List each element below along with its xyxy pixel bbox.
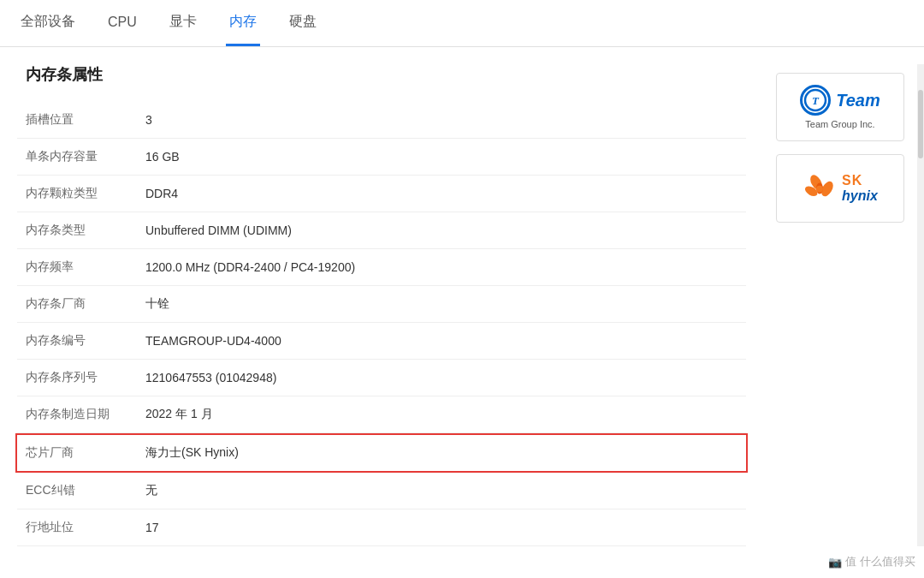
tab-disk[interactable]: 硬盘	[286, 0, 320, 46]
team-group-logo-card: T Team Team Group Inc.	[776, 73, 904, 141]
value-ecc: 无	[145, 483, 157, 498]
tab-gpu[interactable]: 显卡	[166, 0, 200, 46]
team-subtitle-text: Team Group Inc.	[805, 119, 874, 129]
value-grain-type: DDR4	[145, 187, 178, 200]
label-date: 内存条制造日期	[26, 407, 145, 422]
content-area: 内存条属性 插槽位置 3 单条内存容量 16 GB 内存颗粒类型 DDR4 内存…	[0, 47, 924, 546]
label-brand: 内存条厂商	[26, 296, 145, 312]
main-content: 全部设备 CPU 显卡 内存 硬盘 内存条属性 插槽位置 3 单条内存容量 16…	[0, 0, 924, 578]
tab-ram[interactable]: 内存	[226, 0, 260, 46]
hynix-brand-text: hynix	[842, 188, 878, 204]
label-slot: 插槽位置	[26, 112, 145, 128]
spec-row-frequency: 内存频率 1200.0 MHz (DDR4-2400 / PC4-19200)	[17, 249, 746, 286]
sk-hynix-logo-card: SK hynix	[776, 154, 904, 223]
spec-row-chip-vendor: 芯片厂商 海力士(SK Hynix)	[15, 433, 748, 473]
sk-brand-text: SK	[842, 173, 878, 188]
team-group-logo: T Team Team Group Inc.	[800, 85, 880, 129]
tab-cpu[interactable]: CPU	[104, 0, 140, 46]
team-logo-top: T Team	[800, 85, 880, 116]
label-serial: 内存条序列号	[26, 370, 145, 385]
spec-row-serial: 内存条序列号 1210647553 (01042948)	[17, 360, 746, 396]
spec-row-grain-type: 内存颗粒类型 DDR4	[17, 176, 746, 212]
label-chip-vendor: 芯片厂商	[26, 445, 145, 461]
label-dimm-type: 内存条类型	[26, 223, 145, 238]
sk-text-group: SK hynix	[842, 173, 878, 204]
value-serial: 1210647553 (01042948)	[145, 371, 276, 384]
spec-row-row-addr: 行地址位 17	[17, 509, 746, 546]
spec-row-ecc: ECC纠错 无	[17, 473, 746, 509]
team-circle-icon: T	[800, 85, 831, 116]
scrollbar[interactable]	[917, 64, 924, 546]
label-frequency: 内存频率	[26, 259, 145, 275]
nav-tabs: 全部设备 CPU 显卡 内存 硬盘	[0, 0, 924, 47]
spec-row-dimm-type: 内存条类型 Unbuffered DIMM (UDIMM)	[17, 212, 746, 249]
value-brand: 十铨	[145, 296, 169, 312]
spec-row-slot: 插槽位置 3	[17, 102, 746, 139]
watermark-text: 值 什么值得买	[845, 554, 915, 569]
watermark-icon: 📷	[828, 556, 842, 569]
value-dimm-type: Unbuffered DIMM (UDIMM)	[145, 223, 292, 237]
label-ecc: ECC纠错	[26, 483, 145, 498]
value-date: 2022 年 1 月	[145, 407, 213, 422]
svg-text:T: T	[812, 94, 820, 107]
value-row-addr: 17	[145, 521, 159, 534]
label-grain-type: 内存颗粒类型	[26, 186, 145, 201]
value-model: TEAMGROUP-UD4-4000	[145, 334, 281, 348]
tab-all[interactable]: 全部设备	[17, 0, 79, 46]
sk-flower-icon	[803, 171, 837, 206]
watermark: 📷 值 什么值得买	[828, 554, 915, 569]
spec-panel: 内存条属性 插槽位置 3 单条内存容量 16 GB 内存颗粒类型 DDR4 内存…	[0, 64, 763, 546]
team-brand-text: Team	[836, 91, 880, 110]
value-slot: 3	[145, 113, 152, 127]
value-frequency: 1200.0 MHz (DDR4-2400 / PC4-19200)	[145, 260, 355, 274]
logo-sidebar: T Team Team Group Inc.	[763, 64, 917, 546]
sk-hynix-logo: SK hynix	[803, 171, 878, 206]
spec-row-capacity: 单条内存容量 16 GB	[17, 139, 746, 176]
label-capacity: 单条内存容量	[26, 149, 145, 164]
app-container: 全部设备 CPU 显卡 内存 硬盘 内存条属性 插槽位置 3 单条内存容量 16…	[0, 0, 924, 578]
label-model: 内存条编号	[26, 333, 145, 349]
label-row-addr: 行地址位	[26, 520, 145, 535]
value-chip-vendor: 海力士(SK Hynix)	[145, 445, 239, 461]
svg-point-6	[816, 186, 823, 193]
scroll-thumb[interactable]	[918, 90, 923, 158]
section-title: 内存条属性	[17, 64, 746, 85]
spec-row-date: 内存条制造日期 2022 年 1 月	[17, 396, 746, 433]
spec-row-model: 内存条编号 TEAMGROUP-UD4-4000	[17, 323, 746, 360]
value-capacity: 16 GB	[145, 150, 180, 164]
spec-row-brand: 内存条厂商 十铨	[17, 286, 746, 323]
